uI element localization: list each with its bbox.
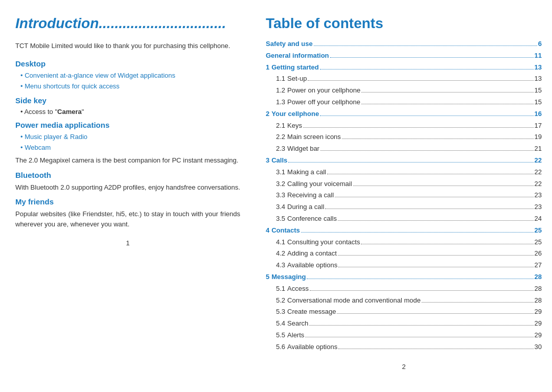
toc-label-text: Widget bar [287, 144, 319, 154]
bluetooth-section: Bluetooth With Bluetooth 2.0 supporting … [15, 171, 240, 193]
toc-dots [308, 80, 533, 81]
toc-page-num: 29 [535, 307, 542, 317]
toc-label-text: Power off your cellphone [287, 97, 360, 108]
toc-sub-num: 4.3 [276, 260, 285, 271]
toc-page-num: 6 [538, 39, 542, 50]
toc-sub-num: 2.2 [276, 132, 285, 143]
toc-label-text: During a call [287, 202, 324, 213]
toc-page-num: 13 [535, 74, 542, 84]
toc-row: 5.5Alerts 29 [266, 330, 542, 341]
desktop-bullet-1: Convenient at-a-glance view of Widget ap… [20, 71, 240, 80]
toc-label-text: Access [287, 284, 309, 294]
toc-page-num: 28 [535, 272, 542, 283]
toc-dots [342, 139, 534, 139]
intro-title: Introduction............................… [15, 15, 240, 32]
toc-dots [422, 302, 534, 303]
toc-title: Table of contents [266, 15, 542, 32]
toc-page-num: 16 [535, 109, 542, 120]
toc-label-text: Messaging [271, 272, 306, 283]
toc-dots [314, 45, 537, 46]
toc-label-text: Calling your voicemail [287, 179, 352, 190]
right-page-number: 2 [266, 363, 542, 371]
toc-page-num: 25 [535, 225, 542, 236]
toc-row: 1.1Set-up 13 [266, 74, 542, 84]
intro-paragraph: TCT Mobile Limited would like to thank y… [15, 41, 240, 51]
toc-label-text: Available options [287, 342, 337, 353]
toc-row: 4.2Adding a contact 26 [266, 248, 542, 259]
toc-row: 3.3Receiving a call 23 [266, 190, 542, 201]
sidekey-bullet: • Access to "Camera" [20, 108, 240, 116]
toc-num: 3 [266, 155, 269, 166]
toc-label-text: General information [266, 51, 329, 61]
toc-row: General information 11 [266, 51, 542, 61]
toc-label-text: Making a call [287, 167, 326, 178]
toc-sub-num: 3.2 [276, 179, 285, 190]
toc-sub-num: 1.3 [276, 97, 285, 108]
toc-page-num: 26 [535, 248, 542, 259]
right-column: Table of contents Safety and use 6 Gener… [256, 15, 542, 382]
toc-label-text: Safety and use [266, 39, 313, 50]
toc-row: 3.4During a call 23 [266, 202, 542, 213]
toc-dots [338, 255, 534, 256]
toc-label-text: Conference calls [287, 214, 337, 224]
toc-row: Safety and use 6 [266, 39, 542, 50]
toc-row: 3.5Conference calls 24 [266, 214, 542, 224]
toc-page-num: 29 [535, 318, 542, 329]
toc-page-num: 15 [535, 85, 542, 96]
toc-dots [309, 325, 533, 326]
toc-dots [330, 57, 534, 58]
toc-label-text: Search [287, 318, 308, 329]
sidekey-section: Side key • Access to "Camera" [15, 96, 240, 116]
left-column: Introduction............................… [10, 15, 256, 382]
toc-label-text: Keys [287, 121, 302, 131]
toc-num: 5 [266, 272, 269, 283]
desktop-heading: Desktop [15, 59, 240, 68]
toc-label-text: Getting started [271, 62, 318, 73]
toc-label-text: Set-up [287, 74, 307, 84]
toc-page-num: 15 [535, 97, 542, 108]
toc-dots [320, 116, 533, 116]
toc-page-num: 13 [535, 62, 542, 73]
toc-dots [307, 279, 533, 279]
power-bullet-1: Music player & Radio [20, 132, 240, 142]
toc-sub-num: 1.1 [276, 74, 285, 84]
toc-sub-num: 4.2 [276, 248, 285, 259]
toc-dots [361, 244, 533, 244]
toc-page-num: 19 [535, 132, 542, 143]
toc-label-text: Alerts [287, 330, 304, 341]
toc-dots [303, 127, 534, 128]
toc-num: 2 [266, 109, 269, 120]
toc-dots [310, 290, 534, 291]
toc-page-num: 11 [535, 51, 542, 61]
toc-row: 4.3Available options 27 [266, 260, 542, 271]
toc-label-text: Receiving a call [287, 190, 334, 201]
toc-row: 5Messaging 28 [266, 272, 542, 283]
toc-row: 3.2Calling your voicemail 22 [266, 179, 542, 190]
toc-row: 3.1Making a call 22 [266, 167, 542, 178]
toc-label-text: Adding a contact [287, 248, 337, 259]
toc-label-text: Your cellphone [271, 109, 319, 120]
toc-num: 4 [266, 225, 269, 236]
toc-dots [325, 209, 533, 209]
toc-label-text: Power on your cellphone [287, 85, 360, 96]
toc-sub-num: 2.1 [276, 121, 285, 131]
toc-dots [361, 104, 534, 104]
toc-dots [327, 174, 534, 174]
toc-sub-num: 4.1 [276, 237, 285, 248]
toc-row: 4.1Consulting your contacts 25 [266, 237, 542, 248]
toc-sub-num: 2.3 [276, 144, 285, 154]
toc-page-num: 17 [535, 121, 542, 131]
sidekey-heading: Side key [15, 96, 240, 105]
toc-page-num: 22 [535, 167, 542, 178]
my-friends-description: Popular websites (like Friendster, hi5, … [15, 209, 240, 229]
desktop-bullet-2: Menu shortcuts for quick access [20, 82, 240, 91]
toc-page-num: 30 [535, 342, 542, 353]
power-media-section: Power media applications Music player & … [15, 121, 240, 166]
toc-dots [288, 162, 533, 163]
bluetooth-description: With Bluetooth 2.0 supporting A2DP profi… [15, 182, 240, 193]
toc-sub-num: 5.3 [276, 307, 285, 317]
toc-page-num: 21 [535, 144, 542, 154]
power-media-heading: Power media applications [15, 121, 240, 129]
toc-row: 2Your cellphone 16 [266, 109, 542, 120]
toc-sub-num: 3.5 [276, 214, 285, 224]
